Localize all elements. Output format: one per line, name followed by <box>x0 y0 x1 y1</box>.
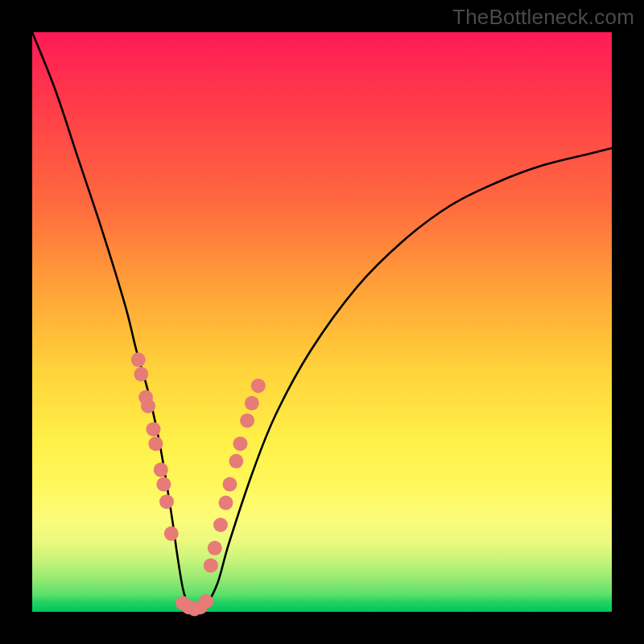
sample-dot <box>240 413 254 427</box>
sample-dot <box>141 398 155 413</box>
sample-dot <box>229 454 243 469</box>
sample-dots <box>131 353 266 617</box>
chart-frame: TheBottleneck.com <box>0 0 644 644</box>
sample-dot <box>159 494 174 509</box>
sample-dot <box>208 541 222 555</box>
sample-dot <box>233 436 248 451</box>
sample-dot <box>219 496 233 510</box>
sample-dot <box>164 526 179 541</box>
sample-dot <box>204 558 218 572</box>
bottleneck-curve-path <box>32 32 612 613</box>
sample-dot <box>154 463 168 477</box>
sample-dot <box>213 518 228 532</box>
plot-area <box>32 32 612 612</box>
sample-dot <box>223 477 237 492</box>
sample-dot <box>148 436 163 451</box>
bottleneck-curve <box>32 32 612 613</box>
sample-dot <box>156 477 171 492</box>
sample-dot <box>134 367 148 382</box>
watermark-text: TheBottleneck.com <box>452 5 634 30</box>
sample-dot <box>199 594 213 609</box>
sample-dot <box>131 353 146 367</box>
sample-dot <box>251 378 266 393</box>
sample-dot <box>147 422 161 436</box>
sample-dot <box>245 396 259 411</box>
curve-svg <box>32 32 612 612</box>
